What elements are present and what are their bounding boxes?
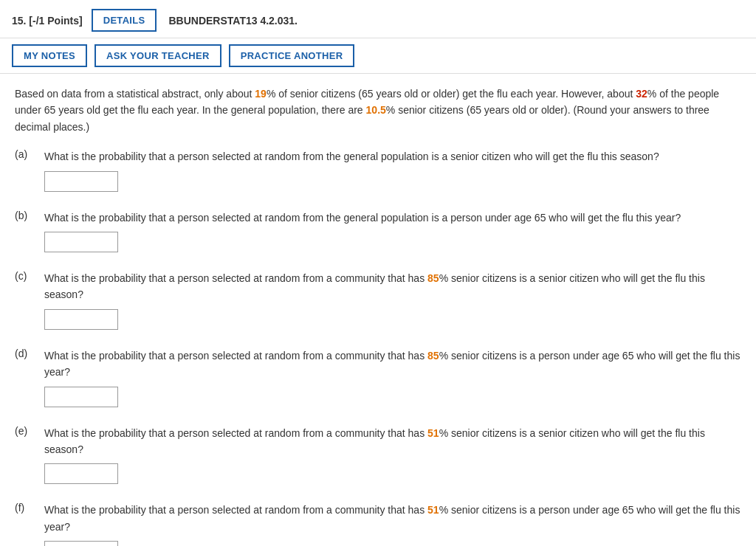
my-notes-button[interactable]: MY NOTES	[12, 44, 87, 67]
part-b-input[interactable]	[44, 232, 118, 252]
part-e-highlight: 51	[427, 427, 439, 439]
part-f: (f) What is the probability that a perso…	[15, 502, 741, 546]
course-label: BBUNDERSTAT13 4.2.031.	[168, 15, 298, 27]
question-number: 15. [-/1 Points]	[12, 15, 83, 27]
part-c-label: (c)	[15, 270, 37, 282]
part-c-highlight: 85	[427, 272, 439, 284]
part-a-row: (a) What is the probability that a perso…	[15, 148, 741, 165]
pct2-highlight: 32	[636, 88, 647, 100]
part-b: (b) What is the probability that a perso…	[15, 210, 741, 252]
ask-teacher-button[interactable]: ASK YOUR TEACHER	[94, 44, 221, 67]
part-a: (a) What is the probability that a perso…	[15, 148, 741, 191]
part-b-row: (b) What is the probability that a perso…	[15, 210, 741, 226]
part-f-row: (f) What is the probability that a perso…	[15, 502, 741, 535]
part-e-row: (e) What is the probability that a perso…	[15, 425, 741, 458]
content-area: Based on data from a statistical abstrac…	[0, 74, 756, 546]
pct3-highlight: 10.5	[366, 104, 386, 116]
part-c-input[interactable]	[44, 309, 118, 330]
part-a-input[interactable]	[44, 171, 118, 192]
part-b-question: What is the probability that a person se…	[44, 210, 741, 226]
part-c-question: What is the probability that a person se…	[44, 270, 741, 303]
part-c-row: (c) What is the probability that a perso…	[15, 270, 741, 303]
part-e-question: What is the probability that a person se…	[44, 425, 741, 458]
part-f-highlight: 51	[427, 504, 439, 516]
part-d-input[interactable]	[44, 387, 118, 407]
part-e-label: (e)	[15, 425, 37, 437]
part-a-label: (a)	[15, 148, 37, 160]
part-d-row: (d) What is the probability that a perso…	[15, 348, 741, 381]
part-c: (c) What is the probability that a perso…	[15, 270, 741, 330]
pct1-highlight: 19	[255, 88, 267, 100]
part-a-question: What is the probability that a person se…	[44, 148, 741, 165]
details-button[interactable]: DETAILS	[92, 9, 157, 32]
part-f-label: (f)	[15, 502, 37, 514]
part-b-label: (b)	[15, 210, 37, 221]
part-d-label: (d)	[15, 348, 37, 359]
action-bar: MY NOTES ASK YOUR TEACHER PRACTICE ANOTH…	[0, 38, 756, 74]
part-d-question: What is the probability that a person se…	[44, 348, 741, 381]
part-d-highlight: 85	[427, 350, 439, 362]
top-bar: 15. [-/1 Points] DETAILS BBUNDERSTAT13 4…	[0, 0, 756, 38]
part-e-input[interactable]	[44, 463, 118, 484]
part-d: (d) What is the probability that a perso…	[15, 348, 741, 407]
part-f-question: What is the probability that a person se…	[44, 502, 741, 535]
problem-intro: Based on data from a statistical abstrac…	[15, 86, 741, 135]
part-f-input[interactable]	[44, 541, 118, 546]
part-e: (e) What is the probability that a perso…	[15, 425, 741, 485]
practice-another-button[interactable]: PRACTICE ANOTHER	[229, 44, 355, 67]
